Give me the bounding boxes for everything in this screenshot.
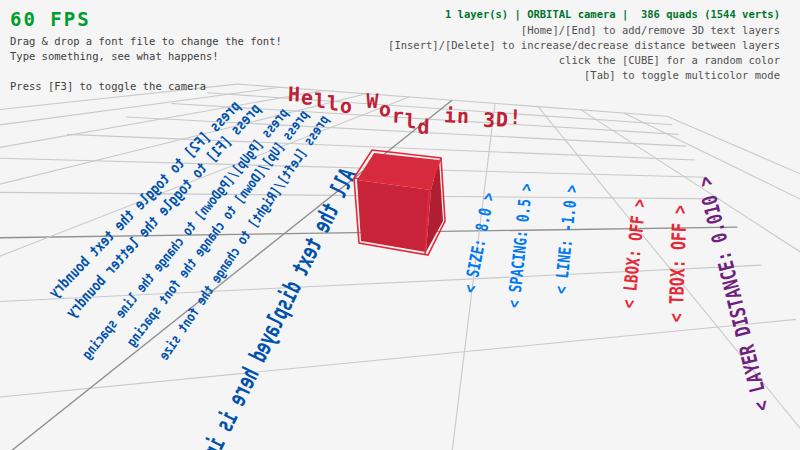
help-line: [Insert]/[Delete] to increase/decrease d… bbox=[388, 38, 780, 53]
instruction-line: Type something, see what happens! bbox=[10, 49, 282, 64]
wave-letter: 3 bbox=[483, 108, 497, 132]
wave-letter: r bbox=[391, 104, 405, 128]
instructions-text: Drag & drop a font file to change the fo… bbox=[10, 34, 282, 94]
wave-letter bbox=[431, 87, 445, 111]
wave-letter: d bbox=[417, 114, 431, 138]
wave-letter: ! bbox=[509, 105, 523, 129]
stats-line: 1 layer(s) | ORBITAL camera | 386 quads … bbox=[445, 8, 780, 20]
wave-letter bbox=[470, 88, 484, 112]
help-line: [Tab] to toggle multicolor mode bbox=[388, 68, 780, 83]
help-line: [Home]/[End] to add/remove 3D text layer… bbox=[388, 23, 780, 38]
wave-letter bbox=[353, 84, 367, 108]
wave-letter: o bbox=[379, 97, 393, 121]
instruction-line: Drag & drop a font file to change the fo… bbox=[10, 34, 282, 49]
fps-counter: 60 FPS bbox=[10, 8, 91, 30]
help-text: [Home]/[End] to add/remove 3D text layer… bbox=[388, 23, 780, 83]
wave-letter: H bbox=[288, 82, 302, 106]
wave-letter: i bbox=[444, 103, 458, 127]
wave-letter: l bbox=[314, 89, 328, 113]
instruction-line: Press [F3] to toggle the camera bbox=[10, 79, 282, 94]
wave-letter: l bbox=[404, 109, 418, 133]
wave-letter: o bbox=[339, 94, 353, 118]
help-line: click the [CUBE] for a random color bbox=[388, 53, 780, 68]
wave-letter: n bbox=[457, 104, 471, 128]
instruction-line bbox=[10, 64, 282, 79]
wave-letter: D bbox=[496, 107, 510, 131]
app-window: < SIZE: 8.0 >< SPACING: 0.5 >< LINE: -1.… bbox=[0, 0, 800, 450]
wave-letter: l bbox=[326, 91, 340, 115]
cube-front-face[interactable] bbox=[357, 180, 431, 252]
wave-letter: e bbox=[301, 85, 315, 109]
wave-letter: W bbox=[366, 89, 380, 113]
